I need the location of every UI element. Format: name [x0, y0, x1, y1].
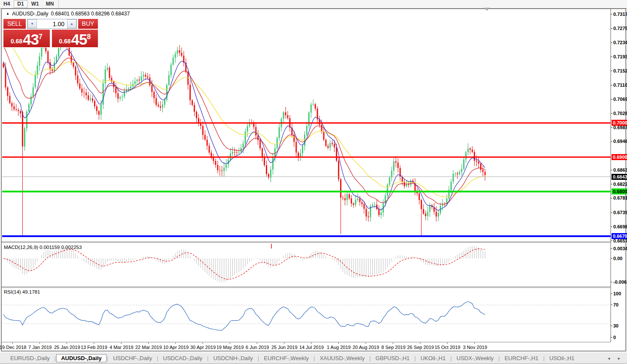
- date-axis-label: 14 Jul 2019: [299, 345, 324, 350]
- price-axis-tick: 0.72750: [613, 26, 627, 31]
- date-axis-label: 30 Apr 2019: [190, 345, 216, 350]
- symbol-tab-ukoil[interactable]: UKOil-,H1: [416, 354, 450, 362]
- symbol-tab-eurchf[interactable]: EURCHF-,Weekly: [260, 354, 314, 362]
- date-axis-label: 4 Mar 2019: [110, 345, 134, 350]
- price-axis-tick: 0.67390: [613, 210, 627, 215]
- price-axis-tick: 0.70280: [613, 111, 627, 116]
- date-axis-label: 8 Sep 2019: [381, 345, 405, 350]
- buy-price-main: 45: [71, 33, 87, 46]
- chart-symbol-label: AUDUSD-,Daily: [12, 11, 49, 17]
- date-axis-label: 25 Jan 2019: [54, 345, 80, 350]
- price-axis-tick: 0.71520: [613, 68, 627, 73]
- rsi-axis-tick: 70: [613, 302, 618, 307]
- date-axis-label: 26 Sep 2019: [407, 345, 434, 350]
- macd-axis-tick: -0.00637: [613, 279, 627, 285]
- symbol-tab-usoil[interactable]: USOil-,H1: [545, 354, 579, 362]
- price-axis-tick: 0.70690: [613, 97, 627, 102]
- macd-histogram: [3, 246, 485, 282]
- rsi-axis-tick: 0: [613, 335, 616, 340]
- date-axis-label: 1 Aug 2019: [327, 345, 351, 350]
- one-click-trade-panel: SELL ▼ ▲ BUY 0.68 43 7 0.68 45 8: [3, 19, 98, 47]
- symbol-tab-xauusd[interactable]: XAUUSD-,Weekly: [315, 354, 369, 362]
- sell-price-prefix: 0.68: [11, 38, 22, 45]
- price-axis-tick: 0.69460: [613, 139, 627, 144]
- date-axis-label: 3 Nov 2019: [463, 345, 487, 350]
- date-axis-label: 19 Dec 2018: [0, 345, 26, 350]
- date-axis-label: 19 May 2019: [216, 345, 244, 350]
- sell-price-pip: 7: [39, 33, 43, 41]
- date-axis-label: 7 Jan 2019: [28, 345, 52, 350]
- date-axis-label: 22 Mar 2019: [135, 345, 162, 350]
- symbol-tab-bar: EURUSD-,Daily|AUDUSD-,Daily|USDCHF-,Dail…: [0, 352, 627, 364]
- candlestick-series: [3, 38, 486, 237]
- chart-ohlc-values: 0.68401 0.68563 0.68296 0.68437: [51, 11, 130, 17]
- rsi-label: RSI(14) 49.1781: [4, 289, 40, 294]
- volume-input[interactable]: [37, 19, 67, 28]
- macd-axis-tick: 0.00: [613, 256, 622, 261]
- symbol-tab-usdcnh[interactable]: USDCNH-,Daily: [209, 354, 257, 362]
- symbol-tab-audusd[interactable]: AUDUSD-,Daily: [56, 354, 107, 362]
- symbol-tab-gbpusd[interactable]: GBPUSD-,H1: [371, 354, 414, 362]
- buy-price-pip: 8: [87, 33, 91, 41]
- application-window: H4D1W1MN ▲ AUDUSD-,Daily 0.68401 0.68563…: [0, 0, 627, 364]
- chart-canvas[interactable]: [0, 0, 627, 364]
- date-axis-label: 6 Jun 2019: [246, 345, 269, 350]
- sell-price-quote[interactable]: 0.68 43 7: [3, 30, 50, 47]
- buy-price-prefix: 0.68: [59, 38, 70, 45]
- macd-axis-tick: 0.00349: [613, 246, 627, 251]
- symbol-tab-usdcad[interactable]: USDCAD-,Daily: [159, 354, 207, 362]
- price-axis-tick: 0.67810: [613, 195, 627, 200]
- price-axis-tick: 0.66980: [613, 224, 627, 229]
- date-axis-label: 13 Feb 2019: [81, 345, 107, 350]
- volume-decrease-button[interactable]: ▼: [27, 19, 37, 28]
- rsi-panel: [2, 302, 611, 331]
- rsi-axis-tick: 100: [613, 291, 621, 296]
- price-tag: 0.68437: [612, 174, 627, 180]
- price-tag: 0.70002: [612, 120, 627, 126]
- autoscroll-marker-icon[interactable]: [484, 8, 490, 11]
- price-tag: 0.66705: [612, 233, 627, 239]
- volume-spinner: ▼ ▲: [27, 19, 77, 29]
- sell-button[interactable]: SELL: [3, 19, 26, 29]
- price-tag: 0.68004: [612, 188, 627, 194]
- chart-title: ▲ AUDUSD-,Daily 0.68401 0.68563 0.68296 …: [6, 11, 130, 17]
- symbol-tab-usdchf[interactable]: USDCHF-,Daily: [109, 354, 156, 362]
- main-price-panel: [3, 33, 486, 237]
- date-axis-label: 15 Oct 2019: [435, 345, 460, 350]
- symbol-tab-eurusd[interactable]: EURUSD-,Daily: [6, 354, 54, 362]
- rsi-axis-tick: 30: [613, 323, 618, 328]
- date-axis-label: 25 Jun 2019: [271, 345, 298, 350]
- price-tag: 0.69009: [612, 154, 627, 160]
- price-axis-tick: 0.68220: [613, 182, 627, 187]
- price-axis-tick: 0.72340: [613, 40, 627, 45]
- price-axis-tick: 0.73170: [613, 12, 627, 17]
- symbol-tab-usdx[interactable]: USDX-,Weekly: [452, 354, 498, 362]
- macd-label: MACD(12,26,9) 0.001159 0.002253: [4, 245, 82, 250]
- price-axis-tick: 0.68630: [613, 167, 627, 173]
- sell-price-main: 43: [23, 33, 39, 46]
- date-axis-label: 10 Apr 2019: [163, 345, 189, 350]
- symbol-collapse-icon[interactable]: ▲: [6, 12, 9, 15]
- buy-price-quote[interactable]: 0.68 45 8: [52, 30, 98, 47]
- volume-increase-button[interactable]: ▲: [67, 19, 76, 28]
- symbol-tab-eurchf[interactable]: EURCHF-,H1: [500, 354, 543, 362]
- price-axis-tick: 0.71930: [613, 54, 627, 59]
- buy-button[interactable]: BUY: [78, 19, 98, 29]
- tab-scroll-arrows[interactable]: ◂ ▸: [608, 356, 624, 361]
- date-axis-label: 20 Aug 2019: [353, 345, 379, 350]
- price-axis-tick: 0.71100: [613, 82, 627, 88]
